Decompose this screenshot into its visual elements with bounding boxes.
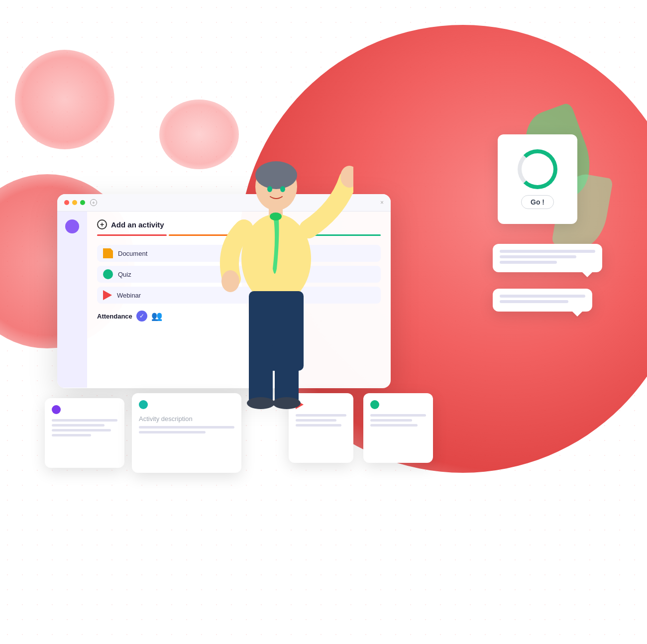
dot-yellow[interactable] bbox=[72, 200, 77, 205]
chat-line bbox=[500, 300, 568, 303]
svg-point-13 bbox=[280, 186, 285, 192]
svg-point-6 bbox=[270, 213, 282, 220]
dot-green[interactable] bbox=[80, 200, 85, 205]
chat-card-2 bbox=[493, 289, 592, 312]
quiz-label: Quiz bbox=[118, 271, 131, 278]
chat-line bbox=[500, 261, 557, 264]
chat-line bbox=[500, 295, 585, 298]
svg-rect-8 bbox=[249, 343, 273, 403]
activity-description-text: Activity description bbox=[139, 415, 193, 423]
chat-tail bbox=[572, 312, 582, 317]
svg-point-4 bbox=[221, 270, 239, 292]
document-icon bbox=[103, 248, 113, 258]
card-bottom-right bbox=[363, 393, 433, 463]
progress-seg-1 bbox=[97, 234, 167, 236]
dot-red[interactable] bbox=[64, 200, 69, 205]
chat-line bbox=[500, 250, 595, 253]
chat-card-1 bbox=[493, 244, 602, 272]
attendance-label: Attendance bbox=[97, 313, 132, 320]
attendance-user-icon: 👥 bbox=[151, 311, 162, 322]
card-lines bbox=[370, 414, 426, 427]
sidebar-avatar bbox=[65, 219, 79, 233]
card-line bbox=[52, 429, 111, 431]
svg-point-11 bbox=[273, 397, 301, 409]
card-line bbox=[370, 424, 418, 427]
add-activity-title: Add an activity bbox=[111, 220, 164, 229]
green-dot bbox=[370, 400, 379, 409]
card-bottom-left bbox=[45, 398, 124, 468]
card-line bbox=[370, 414, 426, 417]
dot-add-icon[interactable]: + bbox=[90, 199, 97, 206]
document-label: Document bbox=[118, 250, 147, 257]
card-line bbox=[52, 424, 105, 427]
bg-top-left-blob bbox=[15, 50, 114, 149]
window-sidebar bbox=[57, 212, 87, 388]
go-button[interactable]: Go ! bbox=[521, 195, 554, 209]
add-activity-icon: + bbox=[97, 219, 107, 229]
svg-point-1 bbox=[255, 161, 297, 189]
attendance-check-icon: ✓ bbox=[136, 311, 147, 322]
card-line bbox=[52, 419, 117, 422]
webinar-play-icon bbox=[103, 290, 112, 300]
card-line bbox=[370, 419, 412, 422]
svg-point-12 bbox=[267, 186, 272, 192]
chat-line bbox=[500, 255, 576, 258]
go-ring bbox=[518, 149, 557, 189]
card-line bbox=[52, 434, 91, 436]
window-close-button[interactable]: × bbox=[380, 199, 384, 206]
quiz-icon bbox=[103, 269, 113, 279]
teal-dot bbox=[139, 400, 148, 409]
svg-point-10 bbox=[247, 397, 275, 409]
card-lines bbox=[52, 419, 117, 436]
webinar-label: Webinar bbox=[117, 292, 141, 299]
purple-dot bbox=[52, 405, 61, 414]
person-illustration bbox=[194, 139, 353, 438]
chat-tail bbox=[582, 272, 592, 277]
svg-rect-9 bbox=[275, 343, 299, 403]
go-card: Go ! bbox=[498, 134, 577, 224]
